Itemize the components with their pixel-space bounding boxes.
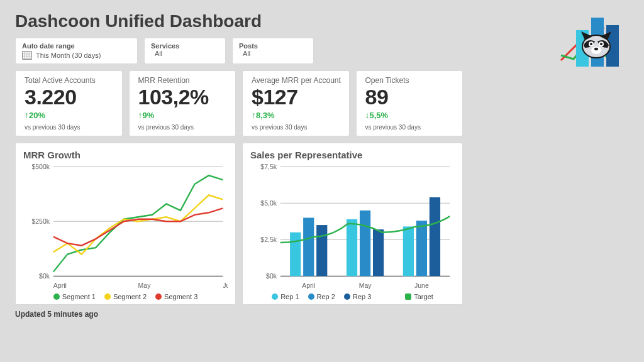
charts-row: MRR Growth $0k$250k$500kAprilMayJune Seg… <box>15 143 463 305</box>
kpi-compare: vs previous 30 days <box>252 124 343 131</box>
legend-color-icon <box>53 293 60 300</box>
filter-posts[interactable]: Posts All <box>232 38 314 64</box>
filter-posts-value: All <box>239 50 307 57</box>
brand-logo <box>558 11 628 68</box>
svg-rect-38 <box>430 197 440 276</box>
filter-services[interactable]: Services All <box>144 38 226 64</box>
arrow-down-icon: ↓ <box>365 110 370 120</box>
legend-item: Rep 3 <box>344 293 371 300</box>
kpi-card-3: Open Tickets89↓5,5%vs previous 30 days <box>356 70 464 136</box>
svg-rect-32 <box>347 219 357 276</box>
chart-sales-reps-legend: Rep 1Rep 2Rep 3Target <box>250 293 455 300</box>
svg-text:$250k: $250k <box>31 217 50 225</box>
filter-date-range-value: This Month (30 days) <box>36 52 101 59</box>
kpi-card-2: Average MRR per Account$127↑8,3%vs previ… <box>242 70 350 136</box>
kpi-label: Average MRR per Account <box>252 76 343 85</box>
filter-services-label: Services <box>151 42 219 50</box>
page-title: Dashcoon Unified Dashboard <box>15 11 463 31</box>
legend-item: Rep 1 <box>272 293 299 300</box>
legend-color-icon <box>155 293 162 300</box>
legend-item: Segment 2 <box>104 293 147 300</box>
svg-text:May: May <box>359 281 372 288</box>
svg-rect-33 <box>360 211 370 277</box>
svg-rect-37 <box>416 221 427 276</box>
legend-item: Segment 3 <box>155 293 197 300</box>
svg-rect-34 <box>373 229 384 276</box>
svg-text:$5,0k: $5,0k <box>260 199 277 207</box>
legend-color-icon <box>104 293 111 300</box>
filter-date-range[interactable]: Auto date range This Month (30 days) <box>15 38 138 64</box>
filter-bar: Auto date range This Month (30 days) Ser… <box>15 38 463 64</box>
legend-item: Segment 1 <box>53 293 96 300</box>
kpi-value: 103,2% <box>138 86 230 109</box>
kpi-value: 89 <box>365 86 457 109</box>
kpi-delta: ↑9% <box>138 110 230 120</box>
kpi-delta: ↑20% <box>25 110 116 120</box>
chart-mrr-growth-legend: Segment 1Segment 2Segment 3 <box>23 293 228 300</box>
kpi-delta: ↑8,3% <box>252 110 343 120</box>
legend-item: Rep 2 <box>308 293 335 300</box>
svg-text:$500k: $500k <box>31 163 50 170</box>
kpi-label: MRR Retention <box>138 76 230 85</box>
legend-item-target: Target <box>405 293 433 300</box>
arrow-up-icon: ↑ <box>138 110 143 120</box>
kpi-row: Total Active Accounts3.220↑20%vs previou… <box>15 70 463 136</box>
svg-text:$7,5k: $7,5k <box>260 163 277 170</box>
svg-rect-36 <box>403 226 414 276</box>
svg-text:$0k: $0k <box>266 272 277 280</box>
svg-text:May: May <box>138 281 151 288</box>
arrow-up-icon: ↑ <box>252 110 256 120</box>
kpi-compare: vs previous 30 days <box>25 124 116 131</box>
kpi-compare: vs previous 30 days <box>138 124 230 131</box>
chart-sales-reps-title: Sales per Representative <box>250 150 455 160</box>
calendar-icon <box>22 51 32 60</box>
chart-mrr-growth-plot: $0k$250k$500kAprilMayJune <box>23 163 228 292</box>
kpi-label: Total Active Accounts <box>25 76 116 85</box>
legend-color-icon <box>308 293 314 300</box>
legend-label: Segment 3 <box>164 293 197 300</box>
svg-rect-30 <box>316 225 327 276</box>
svg-rect-29 <box>303 217 314 276</box>
legend-color-icon <box>272 293 278 300</box>
arrow-up-icon: ↑ <box>25 110 29 120</box>
svg-text:June: June <box>223 281 228 288</box>
kpi-label: Open Tickets <box>365 76 457 85</box>
svg-text:April: April <box>53 281 67 288</box>
chart-mrr-growth: MRR Growth $0k$250k$500kAprilMayJune Seg… <box>15 143 236 305</box>
svg-text:$2,5k: $2,5k <box>260 236 277 243</box>
legend-color-icon <box>405 293 411 300</box>
kpi-value: $127 <box>252 86 343 109</box>
legend-label: Segment 1 <box>62 293 96 300</box>
svg-text:June: June <box>414 281 429 288</box>
svg-point-7 <box>600 43 602 45</box>
svg-rect-28 <box>290 232 301 276</box>
legend-label: Target <box>414 293 433 300</box>
chart-mrr-growth-title: MRR Growth <box>23 150 228 160</box>
chart-sales-reps: Sales per Representative $0k$2,5k$5,0k$7… <box>242 143 463 305</box>
legend-label: Rep 1 <box>280 293 299 300</box>
chart-sales-reps-plot: $0k$2,5k$5,0k$7,5kAprilMayJune <box>250 163 455 292</box>
updated-timestamp: Updated 5 minutes ago <box>15 310 463 319</box>
svg-point-5 <box>590 43 592 45</box>
kpi-compare: vs previous 30 days <box>365 124 457 131</box>
filter-posts-label: Posts <box>239 42 307 50</box>
kpi-value: 3.220 <box>25 86 116 109</box>
svg-point-9 <box>594 48 598 50</box>
filter-services-value: All <box>151 50 219 57</box>
kpi-delta: ↓5,5% <box>365 110 457 120</box>
svg-text:$0k: $0k <box>39 272 50 280</box>
legend-color-icon <box>344 293 350 300</box>
legend-label: Rep 2 <box>317 293 335 300</box>
filter-date-range-label: Auto date range <box>22 42 131 50</box>
kpi-card-1: MRR Retention103,2%↑9%vs previous 30 day… <box>129 70 236 136</box>
legend-label: Segment 2 <box>113 293 147 300</box>
kpi-card-0: Total Active Accounts3.220↑20%vs previou… <box>15 70 123 136</box>
legend-label: Rep 3 <box>353 293 371 300</box>
svg-text:April: April <box>302 281 315 288</box>
